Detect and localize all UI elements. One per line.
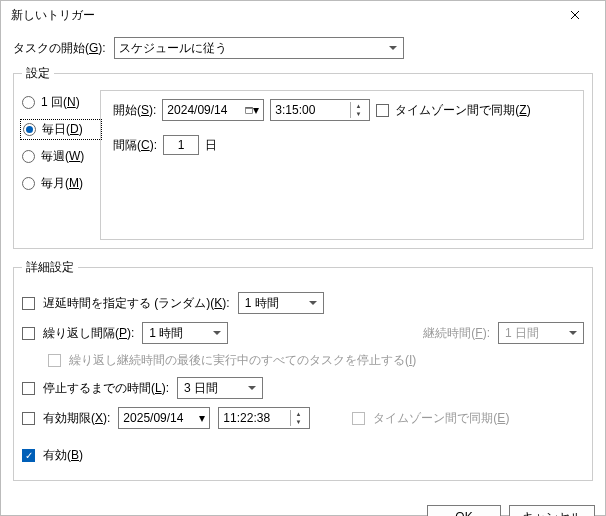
- begin-task-row: タスクの開始(G): スケジュールに従う: [13, 37, 593, 59]
- stop-after-checkbox[interactable]: [22, 382, 35, 395]
- interval-label: 間隔(C):: [113, 137, 157, 154]
- time-spinner[interactable]: ▲▼: [350, 102, 365, 118]
- start-time-input[interactable]: 3:15:00 ▲▼: [270, 99, 370, 121]
- settings-group: 設定 1 回(N) 毎日(D) 毎週(W) 毎月(M) 開始(S): 2024/…: [13, 65, 593, 249]
- expire-time-input[interactable]: 11:22:38▲▼: [218, 407, 310, 429]
- settings-legend: 設定: [22, 65, 54, 82]
- stop-after-label: 停止するまでの時間(L):: [43, 380, 169, 397]
- radio-daily[interactable]: 毎日(D): [22, 121, 100, 138]
- expire-sync-label: タイムゾーン間で同期(E): [373, 410, 509, 427]
- delay-checkbox[interactable]: [22, 297, 35, 310]
- interval-unit: 日: [205, 137, 217, 154]
- chevron-down-icon: ▾: [199, 411, 205, 425]
- calendar-icon: ▾: [245, 103, 259, 117]
- sync-tz-checkbox[interactable]: [376, 104, 389, 117]
- expire-checkbox[interactable]: [22, 412, 35, 425]
- content: タスクの開始(G): スケジュールに従う 設定 1 回(N) 毎日(D) 毎週(…: [1, 29, 605, 497]
- start-date-input[interactable]: 2024/09/14 ▾: [162, 99, 264, 121]
- svg-rect-1: [246, 107, 253, 108]
- dialog-new-trigger: 新しいトリガー タスクの開始(G): スケジュールに従う 設定 1 回(N) 毎…: [0, 0, 606, 516]
- close-button[interactable]: [555, 1, 595, 29]
- cancel-button[interactable]: キャンセル: [509, 505, 595, 516]
- delay-combo[interactable]: 1 時間: [238, 292, 324, 314]
- begin-task-select[interactable]: スケジュールに従う: [114, 37, 404, 59]
- radio-monthly[interactable]: 毎月(M): [22, 175, 100, 192]
- titlebar: 新しいトリガー: [1, 1, 605, 29]
- expire-sync-checkbox: [352, 412, 365, 425]
- duration-combo: 1 日間: [498, 322, 584, 344]
- radio-once[interactable]: 1 回(N): [22, 94, 100, 111]
- interval-input[interactable]: 1: [163, 135, 199, 155]
- begin-task-label: タスクの開始(G):: [13, 40, 106, 57]
- ok-button[interactable]: OK: [427, 505, 501, 516]
- radio-weekly[interactable]: 毎週(W): [22, 148, 100, 165]
- advanced-group: 詳細設定 遅延時間を指定する (ランダム)(K): 1 時間 繰り返し間隔(P)…: [13, 259, 593, 481]
- sync-tz-label: タイムゾーン間で同期(Z): [395, 102, 530, 119]
- expire-label: 有効期限(X):: [43, 410, 110, 427]
- schedule-detail: 開始(S): 2024/09/14 ▾ 3:15:00 ▲▼ タイムゾーン間で同…: [100, 90, 584, 240]
- expire-date-input[interactable]: 2025/09/14▾: [118, 407, 210, 429]
- stop-at-end-checkbox: [48, 354, 61, 367]
- enabled-checkbox[interactable]: ✓: [22, 449, 35, 462]
- stop-after-combo[interactable]: 3 日間: [177, 377, 263, 399]
- time-spinner[interactable]: ▲▼: [290, 410, 305, 426]
- repeat-checkbox[interactable]: [22, 327, 35, 340]
- window-title: 新しいトリガー: [11, 7, 555, 24]
- start-label: 開始(S):: [113, 102, 156, 119]
- repeat-combo[interactable]: 1 時間: [142, 322, 228, 344]
- duration-label: 継続時間(F):: [423, 325, 490, 342]
- stop-at-end-label: 繰り返し継続時間の最後に実行中のすべてのタスクを停止する(I): [69, 352, 416, 369]
- repeat-label: 繰り返し間隔(P):: [43, 325, 134, 342]
- begin-task-value: スケジュールに従う: [119, 40, 227, 57]
- footer: OK キャンセル: [1, 497, 605, 516]
- delay-label: 遅延時間を指定する (ランダム)(K):: [43, 295, 230, 312]
- schedule-radios: 1 回(N) 毎日(D) 毎週(W) 毎月(M): [22, 90, 100, 240]
- enabled-label: 有効(B): [43, 447, 83, 464]
- close-icon: [570, 10, 580, 20]
- advanced-legend: 詳細設定: [22, 259, 78, 276]
